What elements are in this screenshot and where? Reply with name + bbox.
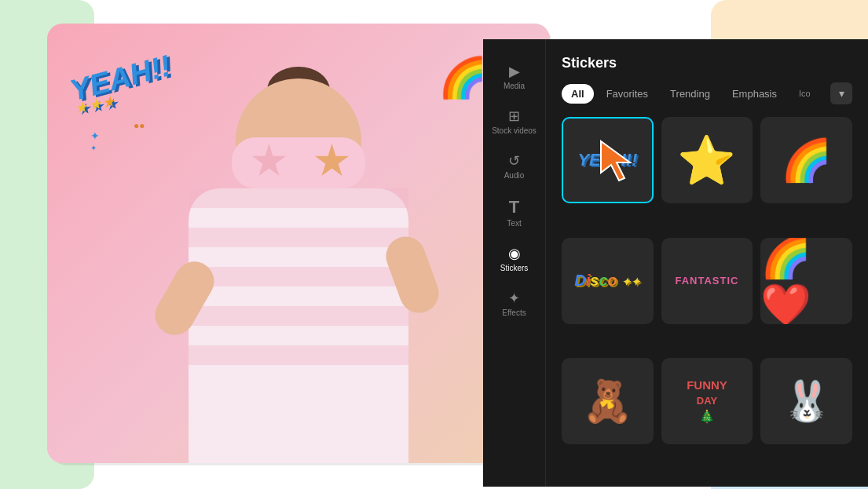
sidebar-text-label: Text	[507, 219, 521, 228]
photo-area: YEAH!! ★ ★ ★ ✦ ✦ ●● 🌈	[47, 24, 550, 463]
audio-icon: ↺	[508, 154, 520, 168]
tab-more-dropdown-button[interactable]: ▾	[830, 82, 852, 104]
shirt-stripe-2	[189, 228, 408, 247]
tab-trending[interactable]: Trending	[661, 84, 720, 104]
sticker-disco-visual: Disco ✦✦	[574, 272, 640, 290]
person-head	[236, 78, 361, 204]
shirt-stripe-4	[189, 306, 408, 326]
sidebar-stock-label: Stock videos	[492, 126, 537, 135]
ui-panel: ▶ Media ⊞ Stock videos ↺ Audio T Text ◉ …	[483, 39, 868, 487]
sticker-star-visual: ⭐	[677, 133, 736, 188]
tab-all[interactable]: All	[562, 84, 594, 104]
media-icon: ▶	[509, 64, 520, 78]
shirt-stripe-5	[189, 345, 408, 365]
sticker-cell-star[interactable]: ⭐	[661, 117, 753, 203]
sticker-cell-disco[interactable]: Disco ✦✦	[562, 238, 654, 324]
effects-icon: ✦	[508, 291, 520, 305]
sidebar-item-audio[interactable]: ↺ Audio	[483, 144, 545, 189]
tab-more-label[interactable]: Ico	[789, 85, 820, 102]
person-body	[189, 188, 408, 463]
person-illustration	[157, 55, 440, 463]
mask-star-right	[314, 144, 350, 179]
sidebar-item-effects[interactable]: ✦ Effects	[483, 282, 545, 327]
sidebar-media-label: Media	[504, 82, 525, 90]
sticker-bear-visual: 🧸	[582, 378, 633, 425]
sticker-cell-funnyday[interactable]: FUNNY DAY 🎄	[661, 358, 753, 444]
sticker-heart-visual: 🌈❤️	[760, 238, 852, 324]
sticker-cell-bunny[interactable]: 🐰	[760, 358, 852, 444]
sidebar-item-stock-videos[interactable]: ⊞ Stock videos	[483, 100, 545, 144]
sidebar: ▶ Media ⊞ Stock videos ↺ Audio T Text ◉ …	[483, 39, 546, 487]
sticker-fantastic-visual: FANTASTIC	[676, 275, 739, 286]
sticker-cell-bear[interactable]: 🧸	[562, 358, 654, 444]
sidebar-effects-label: Effects	[502, 308, 526, 317]
sticker-funnyday-visual: FUNNY DAY 🎄	[687, 377, 727, 425]
sidebar-item-stickers[interactable]: ◉ Stickers	[483, 237, 545, 282]
text-icon: T	[509, 199, 519, 216]
sidebar-item-media[interactable]: ▶ Media	[483, 55, 545, 100]
shirt-stripe-1	[189, 188, 408, 208]
tab-emphasis[interactable]: Emphasis	[723, 84, 786, 104]
sticker-cell-yeah[interactable]: YEAH!!	[562, 117, 654, 203]
panel-title: Stickers	[562, 55, 852, 71]
sleep-mask	[232, 137, 365, 188]
canvas-orange-dots: ●●	[134, 118, 145, 132]
tabs-row: All Favorites Trending Emphasis Ico ▾	[562, 82, 852, 104]
tab-favorites[interactable]: Favorites	[597, 84, 657, 104]
canvas-decorative-stars: ✦ ✦	[90, 130, 100, 152]
mask-star-left	[251, 144, 287, 179]
stock-videos-icon: ⊞	[508, 109, 520, 123]
sticker-bunny-visual: 🐰	[782, 378, 831, 424]
sticker-yeah-visual: YEAH!!	[577, 150, 637, 170]
sidebar-stickers-label: Stickers	[500, 264, 529, 272]
sticker-cell-fantastic[interactable]: FANTASTIC	[661, 238, 753, 324]
stickers-icon: ◉	[508, 246, 521, 261]
scene: YEAH!! ★ ★ ★ ✦ ✦ ●● 🌈 ▶	[0, 0, 868, 489]
sticker-cell-heart-rainbow[interactable]: 🌈❤️	[760, 238, 852, 324]
sidebar-audio-label: Audio	[504, 171, 525, 180]
sticker-cell-rainbow[interactable]: 🌈	[760, 117, 852, 203]
sticker-rainbow-visual: 🌈	[781, 137, 832, 184]
shirt-stripe-3	[189, 267, 408, 286]
canvas-rainbow-sticker: 🌈	[438, 55, 487, 100]
content-area: Stickers All Favorites Trending Emphasis…	[546, 39, 868, 487]
sticker-grid: YEAH!! ⭐ 🌈 Disco	[562, 117, 852, 471]
canvas-card: YEAH!! ★ ★ ★ ✦ ✦ ●● 🌈	[47, 24, 550, 463]
sidebar-item-text[interactable]: T Text	[483, 189, 545, 237]
